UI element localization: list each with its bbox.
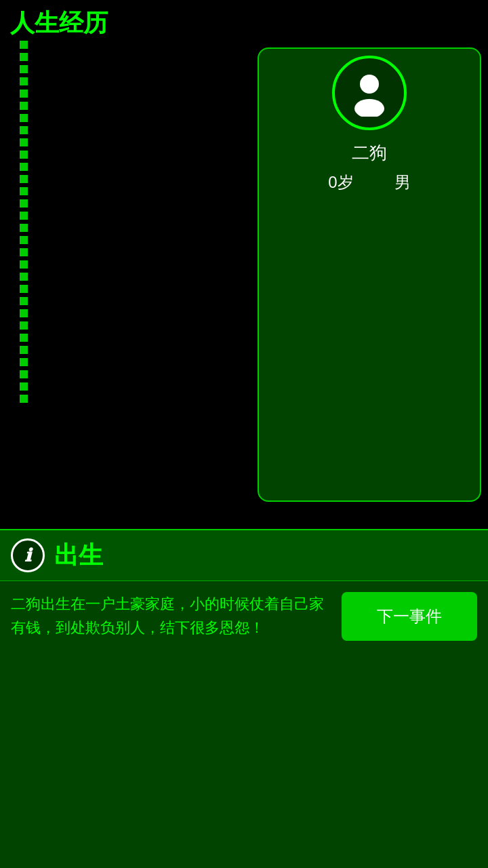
timeline-dot xyxy=(20,90,28,98)
svg-point-0 xyxy=(360,75,379,94)
timeline-dot xyxy=(20,151,28,159)
timeline-dotted-line xyxy=(19,41,28,353)
info-icon: ℹ xyxy=(24,545,31,566)
timeline-dot xyxy=(20,297,28,305)
timeline-dot xyxy=(20,260,28,269)
timeline-dot xyxy=(20,358,28,366)
event-body: 二狗出生在一户土豪家庭，小的时候仗着自己家有钱，到处欺负别人，结下很多恩怨！ 下… xyxy=(0,581,488,652)
character-name: 二狗 xyxy=(352,141,387,165)
timeline-dot xyxy=(20,77,28,85)
next-event-button[interactable]: 下一事件 xyxy=(342,592,477,641)
timeline-dot xyxy=(20,273,28,281)
timeline-dot xyxy=(20,334,28,342)
character-age: 0岁 xyxy=(328,172,353,193)
info-icon-circle: ℹ xyxy=(11,538,45,572)
timeline-dot xyxy=(20,138,28,146)
event-header: ℹ 出生 xyxy=(0,530,488,581)
timeline-dot xyxy=(20,175,28,183)
timeline-dot xyxy=(20,236,28,244)
timeline-dot xyxy=(20,370,28,378)
svg-point-1 xyxy=(354,99,384,117)
timeline-dot xyxy=(20,224,28,232)
timeline-dot xyxy=(20,102,28,110)
timeline-dot xyxy=(20,126,28,134)
timeline-dot xyxy=(20,163,28,171)
timeline-dot xyxy=(20,53,28,61)
timeline-dot xyxy=(20,395,28,403)
timeline-dot xyxy=(20,199,28,208)
bottom-panel: ℹ 出生 二狗出生在一户土豪家庭，小的时候仗着自己家有钱，到处欺负别人，结下很多… xyxy=(0,529,488,868)
timeline-dot xyxy=(20,321,28,330)
event-title: 出生 xyxy=(54,539,103,572)
timeline-dot xyxy=(20,114,28,122)
character-card: 二狗 0岁 男 xyxy=(258,47,481,502)
timeline-dot xyxy=(20,309,28,317)
timeline-dot xyxy=(20,41,28,49)
character-stats: 0岁 男 xyxy=(328,172,410,193)
timeline-dot xyxy=(20,248,28,256)
timeline-dot xyxy=(20,346,28,354)
timeline-dot xyxy=(20,187,28,195)
character-gender: 男 xyxy=(394,172,411,193)
avatar-icon xyxy=(346,69,393,117)
avatar xyxy=(332,56,407,130)
timeline-dot xyxy=(20,65,28,73)
timeline-dot xyxy=(20,285,28,293)
event-description: 二狗出生在一户土豪家庭，小的时候仗着自己家有钱，到处欺负别人，结下很多恩怨！ xyxy=(11,592,331,639)
timeline-dot xyxy=(20,212,28,220)
page-title: 人生经历 xyxy=(10,7,108,40)
timeline-dot xyxy=(20,382,28,391)
